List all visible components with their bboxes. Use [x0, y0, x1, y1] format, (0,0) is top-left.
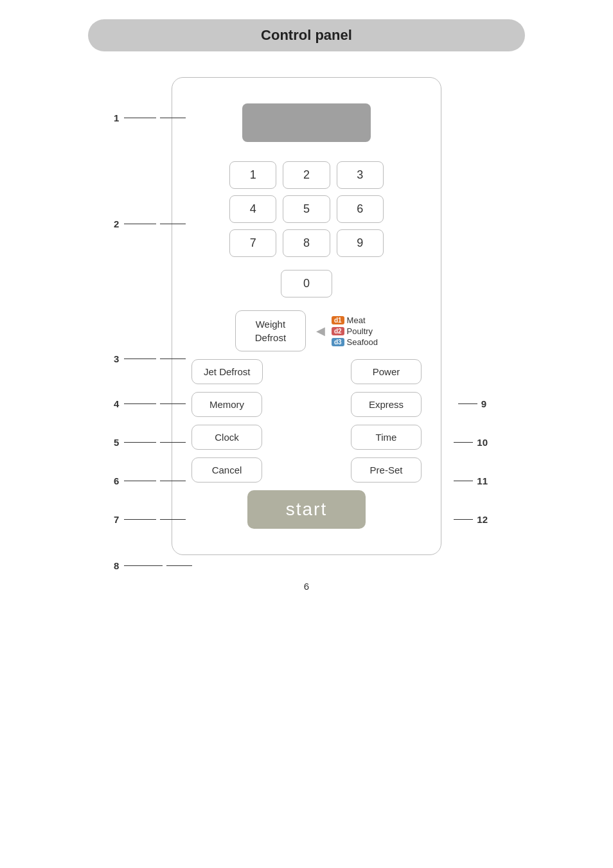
- defrost-seafood-row: d3 Seafood: [332, 337, 378, 347]
- defrost-meat-label: Meat: [347, 315, 366, 325]
- annot-6: 6: [114, 475, 186, 486]
- jet-power-row: Jet Defrost Power: [191, 359, 422, 384]
- start-button[interactable]: start: [247, 490, 366, 529]
- zero-row: 0: [191, 270, 422, 297]
- annot-2: 2: [114, 218, 186, 229]
- annot-8: 8: [114, 560, 192, 571]
- key-7[interactable]: 7: [229, 229, 276, 257]
- clock-time-row: Clock Time: [191, 425, 422, 450]
- key-9[interactable]: 9: [337, 229, 384, 257]
- defrost-seafood-label: Seafood: [347, 337, 378, 347]
- weight-defrost-button[interactable]: Weight Defrost: [235, 310, 306, 351]
- d1-badge: d1: [332, 316, 344, 324]
- defrost-labels: d1 Meat d2 Poultry d3 Seafood: [332, 315, 378, 347]
- defrost-poultry-row: d2 Poultry: [332, 326, 378, 336]
- page-number: 6: [304, 581, 309, 592]
- defrost-arrow: ◀: [316, 324, 325, 338]
- defrost-meat-row: d1 Meat: [332, 315, 378, 325]
- key-6[interactable]: 6: [337, 195, 384, 223]
- defrost-poultry-label: Poultry: [347, 326, 373, 336]
- jet-defrost-button[interactable]: Jet Defrost: [191, 359, 263, 384]
- d3-badge: d3: [332, 338, 344, 346]
- defrost-options-group: ◀ d1 Meat d2 Poultry d3 Seafood: [316, 315, 378, 347]
- express-button[interactable]: Express: [351, 392, 422, 417]
- memory-button[interactable]: Memory: [191, 392, 262, 417]
- d2-badge: d2: [332, 327, 344, 335]
- annot-10: 10: [454, 437, 488, 448]
- control-panel: 1 2 3 4 5 6 7 8 9 0 Weight Defrost ◀: [172, 77, 441, 555]
- key-3[interactable]: 3: [337, 161, 384, 189]
- cancel-button[interactable]: Cancel: [191, 457, 262, 483]
- page-title: Control panel: [114, 27, 499, 44]
- annot-1: 1: [114, 112, 186, 123]
- annot-3: 3: [114, 353, 186, 364]
- time-button[interactable]: Time: [351, 425, 422, 450]
- key-5[interactable]: 5: [283, 195, 330, 223]
- key-8[interactable]: 8: [283, 229, 330, 257]
- defrost-row: Weight Defrost ◀ d1 Meat d2 Poultry: [191, 310, 422, 351]
- key-4[interactable]: 4: [229, 195, 276, 223]
- power-button[interactable]: Power: [351, 359, 422, 384]
- annot-12: 12: [454, 514, 488, 525]
- annot-5: 5: [114, 437, 186, 448]
- cancel-preset-row: Cancel Pre-Set: [191, 457, 422, 483]
- annot-4: 4: [114, 398, 186, 409]
- pre-set-button[interactable]: Pre-Set: [351, 457, 422, 483]
- annot-7: 7: [114, 514, 186, 525]
- key-1[interactable]: 1: [229, 161, 276, 189]
- annot-11: 11: [454, 475, 488, 486]
- page-wrapper: Control panel 1 2 3 4 5 6 7 8 9 0: [0, 0, 613, 868]
- title-bar: Control panel: [88, 19, 525, 51]
- display-screen: [242, 103, 371, 142]
- clock-button[interactable]: Clock: [191, 425, 262, 450]
- key-0[interactable]: 0: [281, 270, 332, 297]
- annot-9: 9: [458, 398, 486, 409]
- numpad-grid: 1 2 3 4 5 6 7 8 9: [229, 161, 384, 257]
- key-2[interactable]: 2: [283, 161, 330, 189]
- layout-container: 1 2 3 4 5 6 7 8 9 0 Weight Defrost ◀: [172, 77, 441, 555]
- memory-express-row: Memory Express: [191, 392, 422, 417]
